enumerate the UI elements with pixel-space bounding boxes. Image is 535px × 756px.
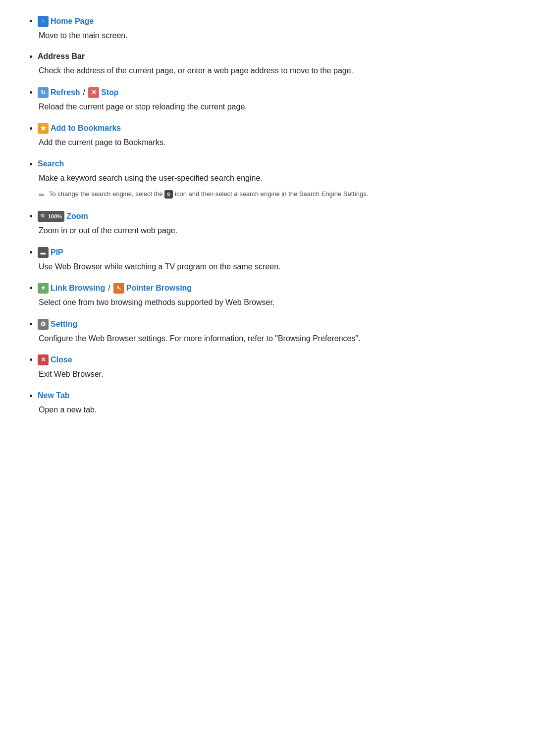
item-desc-setting: Configure the Web Browser settings. For …: [39, 332, 515, 345]
item-title-close: ✕ Close: [38, 354, 515, 366]
refresh-icon: ↻: [38, 87, 49, 98]
list-item-home: ⌂ Home Page Move to the main screen.: [38, 15, 515, 42]
item-title-browsing: ✦ Link Browsing / ↖ Pointer Browsing: [38, 282, 515, 294]
item-desc-new-tab: Open a new tab.: [39, 403, 515, 416]
list-item-bookmarks: ★ Add to Bookmarks Add the current page …: [38, 122, 515, 149]
list-item-address-bar: Address Bar Check the address of the cur…: [38, 50, 515, 77]
feature-list: ⌂ Home Page Move to the main screen. Add…: [20, 15, 515, 416]
list-item-new-tab: New Tab Open a new tab.: [38, 390, 515, 416]
item-desc-bookmarks: Add the current page to Bookmarks.: [39, 136, 515, 149]
pip-icon: ▬: [38, 247, 49, 258]
item-desc-browsing: Select one from two browsing methods sup…: [39, 296, 515, 309]
item-desc-pip: Use Web Browser while watching a TV prog…: [39, 260, 515, 273]
stop-icon: ✕: [88, 87, 99, 98]
item-title-pip: ▬ PIP: [38, 247, 515, 258]
item-title-search: Search: [38, 158, 515, 170]
item-title-new-tab: New Tab: [38, 390, 515, 402]
item-title-setting: ⚙ Setting: [38, 318, 515, 330]
list-item-search: Search Make a keyword search using the u…: [38, 158, 515, 201]
item-desc-address-bar: Check the address of the current page, o…: [39, 64, 515, 77]
list-item-zoom: 🔍 100% Zoom Zoom in or out of the curren…: [38, 210, 515, 237]
search-note: ✏ To change the search engine, select th…: [39, 189, 515, 201]
bookmark-icon: ★: [38, 123, 49, 134]
search-engine-icon: ⚙: [164, 190, 173, 199]
close-icon: ✕: [38, 354, 49, 365]
item-title-bookmarks: ★ Add to Bookmarks: [38, 122, 515, 134]
item-title-address-bar: Address Bar: [38, 50, 515, 62]
item-desc-search: Make a keyword search using the user-spe…: [39, 172, 515, 185]
home-icon: ⌂: [38, 16, 49, 27]
list-item-refresh-stop: ↻ Refresh / ✕ Stop Reload the current pa…: [38, 86, 515, 113]
item-desc-refresh-stop: Reload the current page or stop reloadin…: [39, 101, 515, 113]
item-title-refresh-stop: ↻ Refresh / ✕ Stop: [38, 87, 515, 99]
search-note-text: To change the search engine, select the …: [49, 189, 368, 199]
list-item-close: ✕ Close Exit Web Browser.: [38, 353, 515, 380]
item-desc-zoom: Zoom in or out of the current web page.: [39, 224, 515, 237]
zoom-icon: 🔍 100%: [38, 211, 64, 222]
pencil-icon: ✏: [39, 190, 45, 201]
item-desc-home: Move to the main screen.: [39, 29, 515, 42]
setting-icon: ⚙: [38, 319, 49, 330]
link-browsing-icon: ✦: [38, 283, 49, 294]
item-desc-close: Exit Web Browser.: [39, 368, 515, 381]
pointer-browsing-icon: ↖: [113, 283, 124, 294]
item-title-zoom: 🔍 100% Zoom: [38, 210, 515, 222]
list-item-pip: ▬ PIP Use Web Browser while watching a T…: [38, 246, 515, 273]
item-title-home: ⌂ Home Page: [38, 15, 515, 27]
list-item-setting: ⚙ Setting Configure the Web Browser sett…: [38, 318, 515, 345]
list-item-browsing: ✦ Link Browsing / ↖ Pointer Browsing Sel…: [38, 282, 515, 309]
